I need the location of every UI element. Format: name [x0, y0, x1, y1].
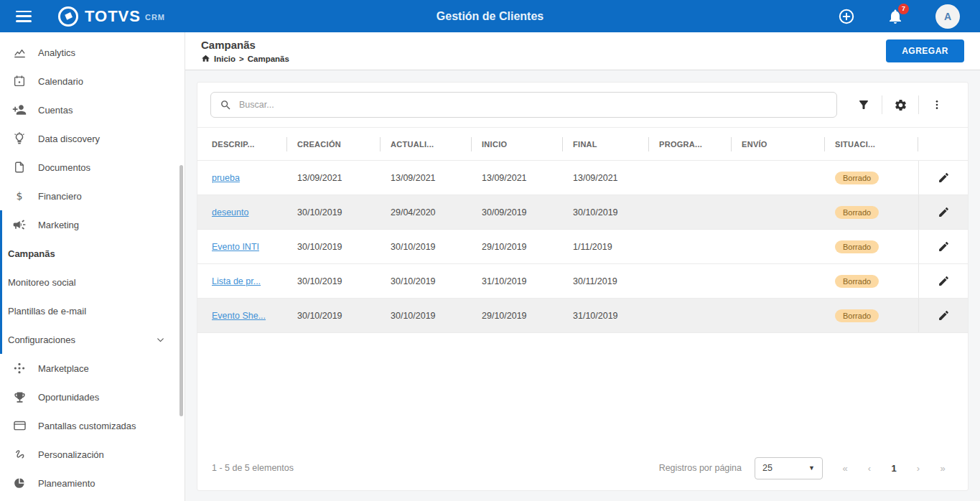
sidebar-item-planeamiento[interactable]: Planeamiento	[0, 469, 185, 497]
cell-creacion: 30/10/2019	[287, 299, 381, 332]
status-badge: Borrado	[835, 172, 879, 184]
first-page-icon[interactable]: «	[833, 457, 857, 479]
screen-icon	[12, 418, 27, 433]
cell-creacion: 30/10/2019	[287, 195, 381, 229]
campaign-link[interactable]: Lista de pr...	[212, 276, 261, 286]
search-input[interactable]	[239, 100, 828, 110]
cell-actions	[918, 230, 968, 263]
cell-envio	[732, 161, 825, 195]
page-number[interactable]: 1	[882, 457, 906, 479]
page-header: Campanãs Inicio > Campanãs AGREGAR	[185, 32, 980, 70]
cell-situacion: Borrado	[825, 264, 918, 298]
per-page-select[interactable]: 25 ▼	[755, 457, 823, 479]
sidebar-item-analytics[interactable]: Analytics	[0, 38, 185, 67]
cell-actualizacion: 30/10/2019	[381, 230, 472, 263]
sidebar-item-calendario[interactable]: Calendario	[0, 67, 185, 95]
table-row: Lista de pr...30/10/201930/10/201931/10/…	[197, 264, 968, 299]
table-row: Evento She...30/10/201930/10/201929/10/2…	[197, 299, 968, 333]
add-button[interactable]: AGREGAR	[886, 39, 964, 62]
sidebar-item-financiero[interactable]: $Financiero	[0, 182, 185, 210]
column-header-descripcion[interactable]: DESCRIP...	[197, 128, 287, 160]
sidebar-item-marketplace[interactable]: Marketplace	[0, 354, 185, 383]
cell-creacion: 30/10/2019	[287, 230, 381, 263]
personalization-icon	[12, 447, 27, 462]
top-bar: TOTVS CRM Gestión de Clientes 7 A	[0, 0, 980, 32]
cell-actualizacion: 13/09/2021	[381, 161, 472, 195]
column-header-actualizacion[interactable]: ACTUALI...	[381, 128, 472, 160]
edit-pencil-icon[interactable]	[938, 240, 950, 253]
avatar[interactable]: A	[935, 4, 960, 29]
status-badge: Borrado	[835, 206, 879, 219]
notification-badge: 7	[898, 4, 909, 14]
previous-page-icon[interactable]: ‹	[857, 457, 882, 479]
cell-descripcion: Evento INTI	[197, 230, 287, 263]
column-header-creacion[interactable]: CREACIÓN	[287, 128, 381, 160]
sidebar-item-plantillas-de-e-mail[interactable]: Plantillas de e-mail	[0, 296, 185, 325]
cell-final: 30/10/2019	[563, 195, 649, 229]
filter-icon[interactable]	[846, 94, 882, 116]
notifications-bell-icon[interactable]: 7	[887, 8, 904, 25]
campaigns-table: DESCRIP...CREACIÓNACTUALI...INICIOFINALP…	[197, 128, 968, 333]
brand-suffix: CRM	[145, 13, 165, 22]
cell-situacion: Borrado	[825, 161, 918, 195]
column-header-inicio[interactable]: INICIO	[472, 128, 563, 160]
breadcrumb-current: Campanãs	[248, 55, 289, 63]
edit-pencil-icon[interactable]	[938, 275, 950, 287]
sidebar-item-configuraciones[interactable]: Configuraciones	[0, 325, 185, 354]
column-header-actions	[918, 128, 968, 160]
more-options-kebab-icon[interactable]	[919, 94, 955, 116]
search-box	[210, 92, 837, 118]
sidebar-item-label: Pantallas customizadas	[38, 421, 136, 431]
breadcrumb-home[interactable]: Inicio	[214, 55, 235, 63]
sidebar-item-data-discovery[interactable]: Data discovery	[0, 124, 185, 153]
calendar-icon	[12, 74, 27, 88]
sidebar-item-label: Plantillas de e-mail	[8, 306, 86, 317]
sidebar-item-marketing[interactable]: Marketing	[0, 210, 185, 239]
accounts-icon	[12, 103, 27, 117]
column-header-programacion[interactable]: PROGRA...	[649, 128, 732, 160]
sidebar-item-campanas[interactable]: Campanãs	[0, 239, 185, 268]
cell-final: 13/09/2021	[563, 161, 649, 195]
status-badge: Borrado	[835, 309, 879, 322]
select-caret-icon: ▼	[808, 464, 815, 472]
cell-descripcion: Lista de pr...	[197, 264, 287, 298]
sidebar-item-oportunidades[interactable]: Oportunidades	[0, 383, 185, 411]
sidebar-item-label: Marketing	[38, 220, 79, 230]
campaign-link[interactable]: prueba	[212, 173, 240, 183]
edit-pencil-icon[interactable]	[938, 309, 950, 322]
cell-actualizacion: 30/10/2019	[381, 299, 472, 332]
edit-pencil-icon[interactable]	[938, 206, 950, 218]
column-header-final[interactable]: FINAL	[563, 128, 649, 160]
analytics-icon	[12, 45, 27, 60]
dollar-icon: $	[12, 189, 27, 203]
campaign-link[interactable]: deseunto	[212, 207, 248, 217]
cell-descripcion: deseunto	[197, 195, 287, 229]
campaign-link[interactable]: Evento She...	[212, 311, 266, 321]
sidebar-item-label: Monitoreo social	[8, 277, 76, 288]
sidebar-item-cuentas[interactable]: Cuentas	[0, 95, 185, 124]
sidebar-item-personalizacion[interactable]: Personalización	[0, 440, 185, 469]
sidebar-item-pantallas-customizadas[interactable]: Pantallas customizadas	[0, 411, 185, 440]
settings-gear-icon[interactable]	[882, 94, 918, 116]
last-page-icon[interactable]: »	[930, 457, 955, 479]
column-header-envio[interactable]: ENVÍO	[732, 128, 825, 160]
campaigns-card: DESCRIP...CREACIÓNACTUALI...INICIOFINALP…	[197, 82, 969, 491]
column-header-situacion[interactable]: SITUACI...	[825, 128, 918, 160]
breadcrumb-separator: >	[239, 55, 244, 63]
document-icon	[12, 160, 27, 174]
cell-actualizacion: 30/10/2019	[381, 264, 472, 298]
sidebar-scrollbar[interactable]	[179, 165, 183, 416]
campaign-link[interactable]: Evento INTI	[212, 242, 259, 252]
table-row: Evento INTI30/10/201930/10/201929/10/201…	[197, 230, 968, 264]
hamburger-menu-icon[interactable]	[16, 11, 32, 22]
edit-pencil-icon[interactable]	[938, 172, 950, 184]
sidebar-item-label: Campanãs	[8, 248, 55, 259]
sidebar-item-documentos[interactable]: Documentos	[0, 153, 185, 182]
sidebar-item-monitoreo-social[interactable]: Monitoreo social	[0, 268, 185, 296]
add-new-icon[interactable]	[838, 8, 855, 25]
cell-inicio: 30/09/2019	[472, 195, 563, 229]
status-badge: Borrado	[835, 275, 879, 288]
cell-envio	[732, 299, 825, 332]
next-page-icon[interactable]: ›	[906, 457, 930, 479]
cell-creacion: 13/09/2021	[287, 161, 381, 195]
